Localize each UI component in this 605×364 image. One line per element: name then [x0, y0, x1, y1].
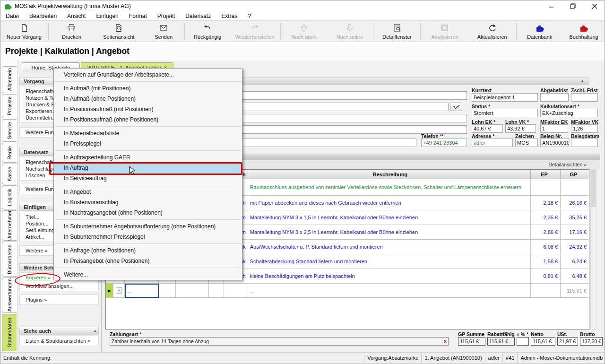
menu-item-preisangebot[interactable]: In Preisangebot (ohne Positionen): [54, 256, 242, 266]
collapse-up-icon[interactable]: ▲: [580, 79, 584, 83]
scrollbar-thumb[interactable]: [591, 170, 596, 207]
rabattfaehig-label: Rabattfähig: [487, 331, 515, 337]
menu-item-angebot[interactable]: In Angebot: [54, 187, 242, 197]
zschl-frist-field[interactable]: [571, 93, 598, 102]
gp-summe-label: GP Summe: [458, 331, 484, 337]
clear-payment-icon[interactable]: x: [444, 338, 447, 344]
table-entry-row[interactable]: ▶ ∗ ... ... 115,61 €: [106, 284, 589, 298]
menu-item-positionsaufmass-ohne[interactable]: In Positionsaufmaß (ohne Positionen): [54, 114, 242, 125]
panel-item-listen[interactable]: Listen & Strukturansichten »: [20, 338, 98, 344]
row-selector[interactable]: ▶: [106, 284, 113, 298]
lohn-ek-field[interactable]: 40,67 €: [472, 124, 503, 133]
menu-item-aufmass-mit[interactable]: In Aufmaß (mit Positionen): [54, 83, 242, 94]
menu-separator: [55, 150, 241, 151]
panel-box-plugins: Plugins »: [19, 295, 99, 305]
menu-item-kostenvoranschlag[interactable]: In Kostenvoranschlag: [54, 197, 242, 208]
menu-item-materialbedarfsliste[interactable]: In Materialbedarfsliste: [54, 128, 242, 139]
belegdatum-field[interactable]: [571, 139, 598, 147]
menu-item-subunternehmer-preisspiegel[interactable]: In Subunternehmer Preisspiegel: [54, 232, 242, 242]
vertical-scrollbar[interactable]: [590, 169, 597, 329]
toolbar-detailfenster[interactable]: Detailfenster: [374, 21, 420, 42]
kalkulationsart-field[interactable]: EK+Zuschlag: [540, 109, 598, 117]
restore-button[interactable]: [562, 0, 584, 12]
toolbar-seitenansicht[interactable]: Seitenansicht: [94, 21, 144, 42]
menu-bar: Datei Bearbeiten Ansicht Einfügen Format…: [0, 12, 605, 20]
panel-item-plugins[interactable]: Plugins »: [20, 296, 98, 303]
focused-cell[interactable]: ...: [125, 284, 159, 298]
menu-ansicht[interactable]: Ansicht: [62, 13, 91, 19]
telefon-field[interactable]: +49 241 23304: [421, 139, 467, 147]
mouse-cursor-icon: [129, 166, 136, 176]
toolbar-neuer-vorgang[interactable]: Neuer Vorgang: [0, 21, 48, 42]
side-tab-logistik[interactable]: Logistik: [2, 185, 17, 209]
arrow-up-icon: [300, 24, 308, 33]
menu-item-auftragserteilung-gaeb[interactable]: In Auftragserteilung GAEB: [54, 152, 242, 163]
menu-item-weitere[interactable]: Weitere...: [54, 269, 242, 280]
side-tab-auswertungen[interactable]: Auswertungen: [2, 277, 17, 313]
menu-format[interactable]: Format: [124, 13, 152, 19]
side-tab-allgemein[interactable]: Allgemein: [2, 66, 17, 93]
column-header-beschreibung[interactable]: Beschreibung: [248, 170, 531, 179]
side-tab-service[interactable]: Service: [2, 119, 17, 142]
menu-item-positionsaufmass-mit[interactable]: In Positionsaufmaß (mit Positionen): [54, 104, 242, 114]
zahlungsart-field[interactable]: Zahlbar innerhalb von 14 Tagen ohne Abzu…: [110, 337, 449, 346]
menu-item-preisspiegel[interactable]: In Preisspiegel: [54, 139, 242, 149]
side-tab-regie[interactable]: Regie: [2, 143, 17, 163]
status-cell-record-number: #41: [502, 353, 517, 363]
puzzle-red-icon: [579, 24, 588, 33]
menu-bearbeiten[interactable]: Bearbeiten: [24, 13, 62, 19]
menu-item-nachtragsangebot[interactable]: In Nachtragsangebot (ohne Positionen): [54, 208, 242, 218]
toolbar-divider: [373, 23, 373, 40]
panel-header-siehe-auch[interactable]: Siehe auch ▴: [19, 327, 99, 335]
zeichen-field[interactable]: MOS: [515, 139, 538, 147]
column-header-gp[interactable]: GP: [561, 170, 589, 179]
menu-einfuegen[interactable]: Einfügen: [91, 13, 123, 19]
side-tab-unternehmer[interactable]: Unternehmer: [2, 210, 17, 241]
side-tab-bueroarbeiten[interactable]: Büroarbeiten: [2, 242, 17, 277]
toolbar-drucken[interactable]: Drucken: [49, 21, 94, 42]
toolbar-divider: [280, 23, 281, 40]
side-tab-projekte[interactable]: Projekte: [2, 94, 17, 118]
toolbar-aktualisieren[interactable]: Aktualisieren: [468, 21, 516, 42]
beleg-nr-field[interactable]: AN1900010: [540, 139, 569, 147]
menu-hilfe[interactable]: ?: [242, 13, 256, 19]
minimize-button[interactable]: [540, 0, 562, 12]
status-cell-field: Vorgang.Absatzmarke: [364, 353, 421, 363]
menu-datei[interactable]: Datei: [0, 13, 24, 19]
lohn-vk-field[interactable]: 43,92 €: [505, 124, 536, 133]
plusminus-field[interactable]: [517, 337, 529, 346]
toolbar-buchhaltung[interactable]: Buchhaltung: [562, 21, 605, 42]
kurztext-field[interactable]: Beispielangebot 1: [472, 93, 538, 102]
menu-datensatz[interactable]: Datensatz: [180, 13, 216, 19]
detailansichten-link[interactable]: Detailansichten »: [548, 162, 587, 167]
menu-extras[interactable]: Extras: [216, 13, 242, 19]
toolbar-wiederherstellen: Wiederherstellen: [230, 21, 280, 42]
toolbar-senden[interactable]: Senden: [144, 21, 184, 42]
new-row-icon: ∗: [116, 287, 122, 294]
side-tab-kasse[interactable]: Kasse: [2, 164, 17, 184]
menu-item-aufmass-ohne[interactable]: In Aufmaß (ohne Positionen): [54, 94, 242, 104]
page-preview-icon: [114, 24, 123, 33]
mfaktor-vk-field[interactable]: 1,26: [571, 124, 598, 133]
menu-item-verteilen[interactable]: Verteilen auf Grundlage der Arbeitspaket…: [54, 69, 242, 80]
menu-projekt[interactable]: Projekt: [152, 13, 180, 19]
toolbar-rueckgaengig[interactable]: Rückgängig: [185, 21, 230, 42]
annotation-highlight-box: [49, 162, 242, 175]
menu-item-anfrage[interactable]: In Anfrage (ohne Positionen): [54, 245, 242, 256]
menu-separator: [55, 81, 241, 82]
column-header-ep[interactable]: EP: [531, 170, 561, 179]
close-button[interactable]: [584, 0, 605, 12]
status-cell-database: Admin - Moser-Dokumentation.mdb: [517, 353, 605, 363]
memo-button[interactable]: [450, 103, 462, 111]
toolbar-datenbank[interactable]: Datenbank: [517, 21, 562, 42]
menu-item-subunternehmer-angebotsaufforderung[interactable]: In Subunternehmer Angebotsaufforderung (…: [54, 221, 242, 232]
collapse-icon[interactable]: ▴: [94, 329, 96, 333]
redo-icon: [251, 24, 259, 33]
menu-separator: [55, 126, 241, 127]
adresse-field[interactable]: adler: [472, 139, 513, 147]
plusminus-label: ± % *: [517, 331, 528, 337]
mfaktor-ek-field[interactable]: 1: [540, 124, 568, 133]
side-tab-stammdaten[interactable]: Stammdaten: [2, 314, 17, 351]
status-field[interactable]: Storniert: [472, 109, 538, 117]
abgabefrist-field[interactable]: [540, 93, 569, 102]
